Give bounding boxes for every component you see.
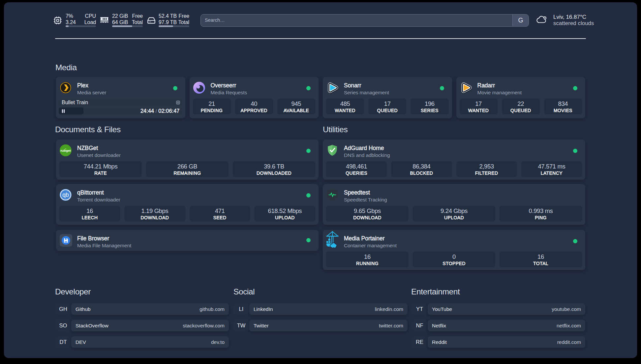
svg-text:nzbget: nzbget — [60, 149, 71, 152]
svg-text:qb: qb — [62, 192, 69, 198]
